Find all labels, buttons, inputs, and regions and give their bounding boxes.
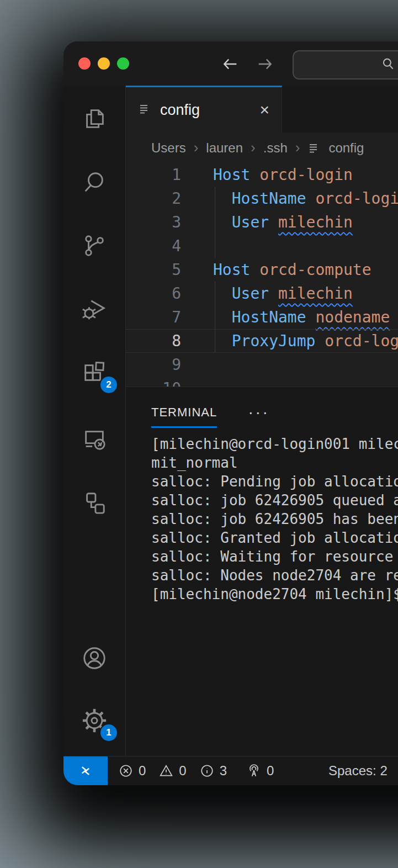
more-actions-icon[interactable]: ···	[248, 403, 269, 428]
line-number: 9	[126, 353, 181, 377]
terminal-output[interactable]: [milechin@orcd-login001 milechin]$ sallo…	[126, 428, 398, 604]
debug-icon	[82, 297, 107, 322]
hierarchy-icon	[82, 490, 107, 515]
tab-config[interactable]: config ×	[126, 86, 282, 133]
files-icon	[82, 106, 107, 131]
arrow-right-icon	[256, 55, 274, 73]
zoom-window-button[interactable]	[117, 57, 129, 70]
code-line[interactable]: 7 HostName nodename	[126, 305, 398, 329]
breadcrumb[interactable]: Users›lauren›.ssh›config	[126, 133, 398, 163]
terminal-line: [milechin@orcd-login001 milechin]$ sallo…	[151, 435, 398, 453]
radio-tower-icon	[247, 764, 261, 778]
chevron-right-icon: ›	[294, 139, 301, 156]
info-count: 3	[220, 763, 227, 779]
ports-status[interactable]: 0	[247, 756, 282, 785]
problems-status[interactable]: 0 0 3	[119, 756, 235, 785]
error-icon	[119, 764, 133, 778]
sidebar-item-remote-explorer[interactable]	[63, 414, 125, 464]
breadcrumb-file[interactable]: config	[328, 140, 364, 156]
remote-indicator[interactable]	[63, 756, 108, 785]
source-control-icon	[82, 233, 107, 258]
line-number: 3	[126, 210, 181, 234]
minimize-window-button[interactable]	[98, 57, 110, 70]
editor-group: config × Users›lauren›.ssh›config 1Host …	[126, 86, 398, 756]
code-line[interactable]: 10	[126, 377, 398, 387]
error-count: 0	[139, 763, 146, 779]
breadcrumb-segment[interactable]: Users	[151, 140, 186, 156]
search-icon	[82, 170, 107, 195]
chevron-right-icon: ›	[250, 139, 257, 156]
close-window-button[interactable]	[78, 57, 91, 70]
code-line[interactable]: 5Host orcd-compute	[126, 258, 398, 282]
line-number: 2	[126, 187, 181, 210]
sidebar-item-run-debug[interactable]	[63, 284, 125, 334]
terminal-line: salloc: Pending job allocation 62426905	[151, 472, 398, 491]
line-number: 8	[126, 329, 181, 353]
breadcrumb-segment[interactable]: .ssh	[263, 140, 288, 156]
remote-icon	[77, 763, 94, 779]
file-icon	[138, 102, 151, 118]
terminal-line: salloc: Waiting for resource configurati…	[151, 547, 398, 566]
breadcrumb-segment[interactable]: lauren	[206, 140, 243, 156]
ports-count: 0	[267, 763, 274, 779]
code-editor[interactable]: 1Host orcd-login2 HostName orcd-login.mi…	[126, 163, 398, 387]
line-number: 5	[126, 258, 181, 282]
sidebar-item-explorer[interactable]	[63, 94, 125, 144]
line-number: 7	[126, 305, 181, 329]
terminal-panel: TERMINAL ··· [milechin@orcd-login001 mil…	[126, 387, 398, 756]
extensions-badge: 2	[99, 375, 118, 394]
sidebar-item-accounts[interactable]	[63, 633, 125, 683]
remote-explorer-icon	[82, 426, 107, 452]
command-center-search[interactable]	[293, 50, 398, 80]
warning-count: 0	[179, 763, 186, 779]
terminal-line: salloc: job 62426905 has been allocated	[151, 510, 398, 528]
navigate-back-button[interactable]	[221, 55, 240, 73]
close-tab-icon[interactable]: ×	[259, 102, 269, 118]
line-number: 6	[126, 282, 181, 305]
info-icon	[200, 764, 214, 778]
file-icon	[307, 141, 321, 155]
account-icon	[82, 645, 107, 671]
settings-badge: 1	[99, 723, 118, 742]
code-line[interactable]: 9	[126, 353, 398, 377]
terminal-line: salloc: Nodes node2704 are ready for job	[151, 566, 398, 585]
tab-label: config	[160, 102, 251, 119]
code-line[interactable]: 3 User milechin	[126, 210, 398, 234]
line-number: 4	[126, 234, 181, 258]
activity-bar: 2	[63, 86, 126, 756]
indentation-status[interactable]: Spaces: 2	[328, 756, 388, 785]
panel-header: TERMINAL ···	[126, 387, 398, 428]
code-line[interactable]: 4	[126, 234, 398, 258]
navigate-forward-button[interactable]	[256, 55, 274, 73]
spaces-label: Spaces: 2	[328, 763, 388, 779]
search-icon	[381, 57, 395, 71]
sidebar-item-settings[interactable]: 1	[63, 696, 125, 745]
chevron-right-icon: ›	[193, 139, 200, 156]
line-number: 1	[126, 163, 181, 187]
code-line[interactable]: 1Host orcd-login	[126, 163, 398, 187]
editor-lines: 1Host orcd-login2 HostName orcd-login.mi…	[126, 163, 398, 387]
tab-terminal[interactable]: TERMINAL	[151, 405, 217, 428]
sidebar-item-hierarchy[interactable]	[63, 478, 125, 527]
title-bar	[63, 41, 398, 86]
line-number: 10	[126, 377, 181, 387]
status-bar: 0 0 3 0 Spaces: 2	[63, 756, 398, 785]
terminal-line: mit_normal	[151, 453, 398, 472]
arrow-left-icon	[221, 55, 240, 73]
warning-icon	[159, 764, 173, 778]
sidebar-item-extensions[interactable]: 2	[63, 348, 125, 398]
terminal-line: [milechin@node2704 milechin]$	[151, 585, 398, 604]
sidebar-item-search[interactable]	[63, 157, 125, 207]
vscode-window: 2	[63, 41, 398, 785]
terminal-line: salloc: job 62426905 queued and waiting	[151, 491, 398, 510]
code-line[interactable]: 2 HostName orcd-login.mit.edu	[126, 187, 398, 210]
code-line[interactable]: 8 ProxyJump orcd-login	[126, 329, 398, 353]
terminal-line: salloc: Granted job allocation 62426905	[151, 528, 398, 547]
tab-bar: config ×	[126, 86, 398, 133]
sidebar-item-source-control[interactable]	[63, 221, 125, 271]
code-line[interactable]: 6 User milechin	[126, 282, 398, 305]
